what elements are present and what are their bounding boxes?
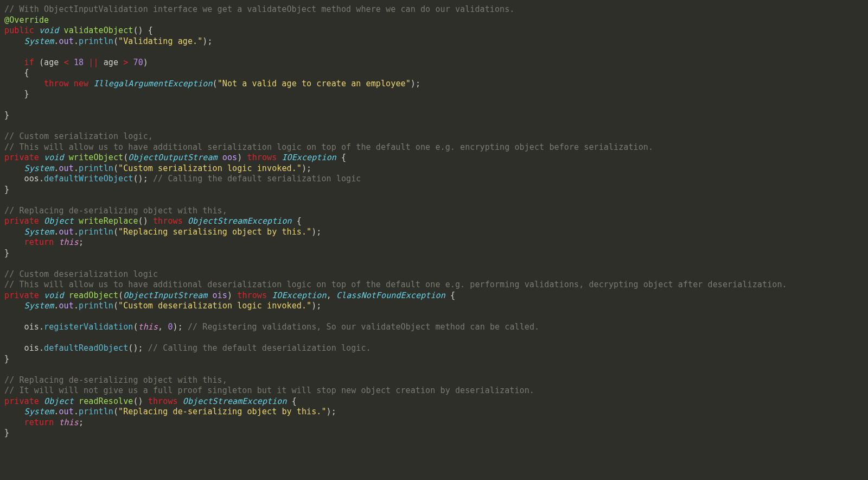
type-system: System [24, 163, 54, 173]
code-block: // With ObjectInputValidation interface … [0, 0, 868, 443]
call-println: println [79, 301, 113, 311]
kw-private: private [4, 290, 39, 300]
num-70: 70 [133, 58, 143, 67]
kw-private: private [4, 216, 39, 226]
string-literal: "Not a valid age to create an employee" [218, 79, 411, 89]
kw-this: this [59, 237, 79, 247]
code-comment: // Registering validations, So our valid… [188, 322, 539, 332]
kw-throws: throws [237, 290, 267, 300]
code-comment: // Replacing de-serializing object with … [4, 206, 227, 216]
var-age: age [44, 58, 59, 67]
kw-throws: throws [247, 153, 277, 162]
code-comment: // This will allow us to have additional… [4, 280, 787, 289]
type-cnfe: ClassNotFoundException [336, 290, 445, 300]
code-comment: // It will will not give us a full proof… [4, 386, 534, 395]
call-println: println [79, 227, 113, 237]
num-18: 18 [74, 58, 84, 67]
call-dro: defaultReadObject [44, 343, 128, 353]
type-ioe: IOException [272, 290, 326, 300]
method-name: readObject [69, 290, 118, 300]
var-age: age [104, 58, 118, 67]
kw-this: this [59, 418, 79, 427]
field-out: out [59, 301, 73, 311]
op-or: || [88, 58, 98, 67]
call-dwo: defaultWriteObject [44, 174, 133, 184]
kw-new: new [74, 79, 88, 89]
string-literal: "Custom serialization logic invoked." [118, 163, 302, 173]
method-name: readResolve [79, 396, 133, 406]
code-comment: // This will allow us to have additional… [4, 142, 653, 152]
num-0: 0 [168, 322, 173, 332]
call-regval: registerValidation [44, 322, 133, 332]
type-object: Object [44, 216, 74, 226]
var-ois: ois [24, 343, 39, 353]
op-lt: < [64, 58, 69, 67]
call-println: println [79, 36, 113, 46]
call-println: println [79, 407, 113, 416]
kw-throws: throws [153, 216, 183, 226]
code-comment: // Calling the default serialization log… [153, 174, 361, 184]
kw-void: void [39, 26, 59, 35]
type-iae: IllegalArgumentException [93, 79, 212, 89]
var-ois: ois [24, 322, 39, 332]
kw-throw: throw [44, 79, 69, 89]
var-oos: oos [24, 174, 39, 184]
kw-if: if [24, 58, 34, 67]
code-comment: // Replacing de-serializing object with … [4, 375, 227, 385]
type-oos: ObjectOutputStream [128, 153, 217, 162]
string-literal: "Custom deserialization logic invoked." [118, 301, 311, 311]
method-name: writeObject [69, 153, 123, 162]
type-ose: ObjectStreamException [183, 396, 287, 406]
kw-private: private [4, 396, 39, 406]
field-out: out [59, 227, 73, 237]
method-name: validateObject [64, 26, 133, 35]
op-gt: > [123, 58, 128, 67]
kw-private: private [4, 153, 39, 162]
code-comment: // With ObjectInputValidation interface … [4, 4, 514, 14]
type-ose: ObjectStreamException [188, 216, 292, 226]
type-system: System [24, 407, 54, 416]
kw-return: return [24, 237, 54, 247]
kw-return: return [24, 418, 54, 427]
type-object: Object [44, 396, 74, 406]
type-ioe: IOException [282, 153, 336, 162]
param-ois: ois [213, 290, 227, 300]
code-annotation: @Override [4, 15, 49, 25]
string-literal: "Replacing de-serializing object by this… [118, 407, 327, 416]
field-out: out [59, 163, 73, 173]
type-ois: ObjectInputStream [123, 290, 207, 300]
kw-throws: throws [148, 396, 178, 406]
string-literal: "Validating age." [118, 36, 202, 46]
kw-void: void [44, 290, 64, 300]
call-println: println [79, 163, 113, 173]
type-system: System [24, 36, 54, 46]
kw-this: this [138, 322, 158, 332]
param-oos: oos [222, 153, 237, 162]
code-comment: // Custom deserialization logic [4, 269, 158, 279]
method-name: writeReplace [79, 216, 138, 226]
type-system: System [24, 227, 54, 237]
field-out: out [59, 407, 73, 416]
code-comment: // Custom serialization logic, [4, 131, 153, 141]
kw-public: public [4, 26, 34, 35]
string-literal: "Replacing serialising object by this." [118, 227, 311, 237]
kw-void: void [44, 153, 64, 162]
code-comment: // Calling the default deserialization l… [148, 343, 371, 353]
type-system: System [24, 301, 54, 311]
field-out: out [59, 36, 73, 46]
